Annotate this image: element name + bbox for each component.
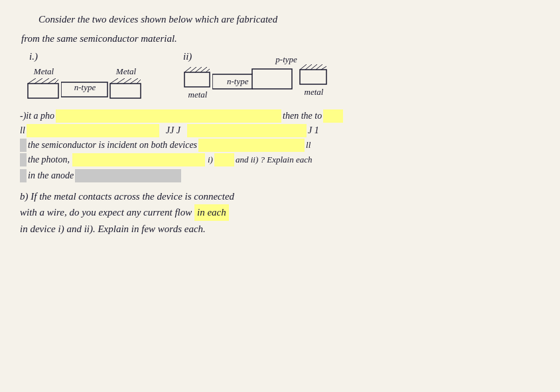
diagram-ii-ntype-label: n-type bbox=[227, 76, 249, 86]
svg-line-9 bbox=[110, 78, 118, 84]
svg-line-17 bbox=[195, 67, 202, 72]
svg-line-22 bbox=[300, 64, 307, 70]
diagram-ii-metal-left: metal bbox=[188, 90, 208, 100]
diagram-ii-metal-right: metal bbox=[305, 87, 324, 98]
scratch-line2-mid: JJ J bbox=[166, 125, 180, 136]
svg-rect-8 bbox=[110, 84, 141, 98]
scratch-line1-left: -)it a pho bbox=[20, 111, 54, 121]
svg-line-4 bbox=[48, 78, 56, 84]
diagram-ii-metal-right-svg bbox=[299, 64, 329, 90]
svg-line-16 bbox=[190, 67, 196, 72]
svg-rect-21 bbox=[300, 70, 326, 84]
svg-line-13 bbox=[137, 80, 141, 84]
diagram-ii: ii) p-type metal bbox=[183, 51, 329, 101]
scratch-line3-text: the semiconductor is incident on both de… bbox=[28, 140, 197, 151]
part-b-line3: in device i) and ii). Explain in few wor… bbox=[20, 221, 540, 237]
diagram-i: i.) Metal bbox=[27, 51, 143, 103]
svg-rect-0 bbox=[28, 84, 58, 98]
diagram-ii-semiconductor-svg: n-type bbox=[212, 66, 299, 101]
diagram-i-metal-right-svg bbox=[109, 78, 143, 103]
diagram-i-metal-left: Metal bbox=[34, 66, 54, 77]
scratch-section: -)it a pho then the to ll JJ J J 1 the s… bbox=[20, 109, 540, 183]
scratch-line4-mid: i) bbox=[208, 155, 213, 165]
diagram-i-metal-left-svg bbox=[27, 78, 61, 103]
svg-line-24 bbox=[311, 64, 317, 70]
part-b-line2: with a wire, do you expect any current f… bbox=[20, 204, 540, 221]
svg-line-3 bbox=[41, 78, 49, 84]
page: Consider the two devices shown below whi… bbox=[0, 0, 560, 392]
svg-line-25 bbox=[316, 64, 322, 70]
diagrams-row: i.) Metal bbox=[20, 51, 540, 103]
svg-line-11 bbox=[123, 78, 131, 84]
scratch-row-3: the semiconductor is incident on both de… bbox=[20, 138, 540, 153]
svg-line-12 bbox=[130, 78, 138, 84]
svg-line-23 bbox=[305, 64, 312, 70]
part-b-line1: b) If the metal contacts across the devi… bbox=[20, 188, 540, 205]
header-line1: Consider the two devices shown below whi… bbox=[38, 12, 277, 27]
scratch-row-2: ll JJ J J 1 bbox=[20, 123, 540, 138]
diagram-i-label: i.) bbox=[29, 51, 38, 62]
scratch-line4-right: and ii) ? Explain each bbox=[236, 155, 313, 165]
svg-line-2 bbox=[35, 78, 42, 84]
part-b-line2-highlight: in each bbox=[194, 204, 229, 221]
diagram-ii-label: ii) bbox=[183, 51, 192, 62]
svg-rect-14 bbox=[184, 72, 210, 87]
svg-line-15 bbox=[184, 67, 191, 72]
scratch-line2-a: ll bbox=[20, 125, 25, 136]
svg-line-18 bbox=[200, 67, 207, 72]
scratch-line1-right: then the to bbox=[283, 111, 322, 121]
diagram-ii-metal-left-svg bbox=[183, 67, 212, 92]
scratch-line3-end: ll bbox=[306, 140, 311, 151]
scratch-row-1: -)it a pho then the to bbox=[20, 109, 540, 123]
svg-line-10 bbox=[117, 78, 125, 84]
diagram-i-metal-right: Metal bbox=[116, 66, 136, 77]
header-text: Consider the two devices shown below whi… bbox=[20, 12, 540, 47]
scratch-row-5: in the anode bbox=[20, 168, 540, 183]
svg-line-5 bbox=[54, 80, 58, 84]
scratch-line2-right: J 1 bbox=[308, 125, 319, 136]
scratch-row-4: the photon, i) and ii) ? Explain each bbox=[20, 153, 540, 167]
diagram-i-ntype: n-type bbox=[74, 82, 96, 93]
scratch-line4-left: the photon, bbox=[28, 155, 70, 165]
part-b: b) If the metal contacts across the devi… bbox=[20, 188, 540, 237]
scratch-line5: in the anode bbox=[28, 170, 74, 181]
header-line2: from the same semiconductor material. bbox=[21, 31, 177, 46]
diagram-ii-ptype: p-type bbox=[275, 54, 297, 65]
svg-line-1 bbox=[28, 78, 36, 84]
